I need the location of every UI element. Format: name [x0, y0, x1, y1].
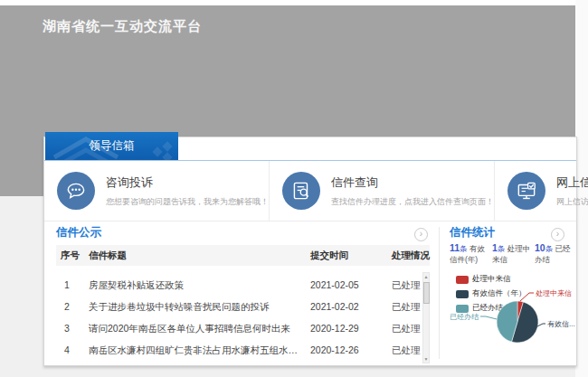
stat-completed-letters: 10条 已经办结: [535, 242, 574, 265]
table-row[interactable]: 1 房屋契税补贴返还政策 2021-02-05 已处理: [56, 274, 430, 296]
card-title: 信件查询: [331, 174, 494, 191]
table-row[interactable]: 3 请问2020年南岳区各单位人事招聘信息何时出来 2020-12-29 已处理: [56, 317, 430, 339]
pie-callout-completed: 已经办结: [450, 313, 497, 321]
stat-unit: 条: [545, 244, 554, 253]
column-header-title: 信件标题: [89, 245, 127, 266]
scrollbar-down-button triangle-down-icon[interactable]: ▼: [423, 355, 429, 363]
stats-section-title: 信件统计: [450, 225, 495, 240]
column-header-status: 处理情况: [392, 245, 430, 266]
table-row[interactable]: 2 关于进步巷垃圾中转站噪音扰民问题的投诉 2021-02-02 已处理: [56, 296, 430, 317]
row-title[interactable]: 南岳区水濂村四组旷仁贵非法占用水濂村五组水田大搞...: [89, 339, 301, 361]
monitor-check-icon: [507, 172, 545, 210]
card-desc: 您想要咨询的问题告诉我，我来为您解答哦！: [106, 196, 269, 208]
letter-stats-pie-chart[interactable]: 处理中来信 有效信... 已经办结: [442, 280, 576, 367]
card-consult-complaint[interactable]: 咨询投诉 您想要咨询的问题告诉我，我来为您解答哦！: [44, 161, 269, 221]
column-header-no: 序号: [61, 245, 80, 266]
row-status: 已处理: [392, 274, 421, 296]
card-desc: 查找信件办理进度，点我进入信件查询页面！: [331, 196, 494, 208]
card-text: 咨询投诉 您想要咨询的问题告诉我，我来为您解答哦！: [106, 172, 269, 221]
tab-label: 领导信箱: [90, 139, 135, 152]
row-title[interactable]: 关于进步巷垃圾中转站噪音扰民问题的投诉: [89, 296, 270, 317]
quick-entry-cards: 咨询投诉 您想要咨询的问题告诉我，我来为您解答哦！ 信件查询 查找: [44, 161, 576, 221]
pie-callout-processing: 处理中来信: [520, 289, 572, 301]
stat-unit: 条: [498, 244, 506, 253]
letters-section-title: 信件公示: [56, 225, 101, 240]
stat-number: 11: [450, 242, 460, 253]
svg-text:处理中来信: 处理中来信: [536, 289, 572, 297]
row-no: 3: [56, 317, 78, 339]
card-title: 网上信访: [556, 174, 588, 191]
row-status: 已处理: [392, 317, 421, 339]
stats-summary: 11条 有效信件(年) 1条 处理中来信 10条 已经办结: [450, 242, 574, 265]
vertical-scrollbar[interactable]: ▲ ▼: [422, 272, 430, 363]
card-letter-query[interactable]: 信件查询 查找信件办理进度，点我进入信件查询页面！: [269, 161, 494, 221]
letters-table-body: 1 房屋契税补贴返还政策 2021-02-05 已处理 2 关于进步巷垃圾中转站…: [56, 274, 430, 361]
pie-chart: 处理中来信 有效信... 已经办结: [442, 280, 576, 363]
pie-slices: [497, 301, 538, 343]
card-desc: 网上信访网上信访投诉平台，点我进入！: [556, 196, 588, 208]
page-title: 湖南省统一互动交流平台: [43, 18, 202, 35]
tab-leader-mailbox[interactable]: 领导信箱: [45, 132, 178, 160]
scrollbar-thumb[interactable]: [423, 282, 430, 304]
svg-text:有效信...: 有效信...: [547, 320, 575, 328]
row-no: 1: [56, 274, 78, 296]
table-row[interactable]: 4 南岳区水濂村四组旷仁贵非法占用水濂村五组水田大搞... 2020-12-26…: [56, 339, 430, 361]
letters-more-button chevron-right-circle-icon[interactable]: ›: [414, 228, 428, 241]
card-text: 网上信访 网上信访网上信访投诉平台，点我进入！: [556, 172, 588, 221]
row-title[interactable]: 房屋契税补贴返还政策: [89, 274, 184, 296]
row-date: 2020-12-29: [310, 317, 359, 339]
document-search-icon: [282, 172, 320, 210]
card-online-petition[interactable]: 网上信访 网上信访网上信访投诉平台，点我进入！: [494, 161, 588, 221]
row-no: 4: [56, 339, 78, 361]
stats-more-button chevron-right-circle-icon[interactable]: ›: [551, 228, 564, 241]
pie-callout-valid: 有效信...: [537, 320, 575, 328]
svg-text:已经办结: 已经办结: [450, 313, 479, 321]
card-text: 信件查询 查找信件办理进度，点我进入信件查询页面！: [331, 172, 494, 221]
section-divider: [439, 227, 440, 359]
main-panel: 领导信箱 咨询投诉 您想要咨询的问题告诉我，我来为您解答哦！: [43, 137, 577, 366]
table-header: 序号 信件标题 提交时间 处理情况: [56, 245, 430, 266]
row-no: 2: [56, 296, 78, 317]
row-status: 已处理: [392, 296, 421, 317]
row-date: 2021-02-05: [310, 274, 359, 296]
row-status: 已处理: [392, 339, 421, 361]
scrollbar-up-button triangle-up-icon[interactable]: ▲: [423, 273, 429, 280]
row-title[interactable]: 请问2020年南岳区各单位人事招聘信息何时出来: [89, 317, 290, 339]
row-date: 2021-02-02: [310, 296, 359, 317]
stat-valid-letters: 11条 有效信件(年): [450, 242, 489, 265]
stat-number: 10: [535, 242, 545, 253]
stat-processing-letters: 1条 处理中来信: [492, 242, 532, 265]
chat-dots-icon: [57, 172, 95, 210]
column-header-date: 提交时间: [310, 245, 348, 266]
card-title: 咨询投诉: [106, 174, 269, 191]
page: 湖南省统一互动交流平台 领导信箱: [0, 0, 588, 377]
stat-unit: 条: [460, 244, 468, 253]
row-date: 2020-12-26: [310, 339, 359, 361]
